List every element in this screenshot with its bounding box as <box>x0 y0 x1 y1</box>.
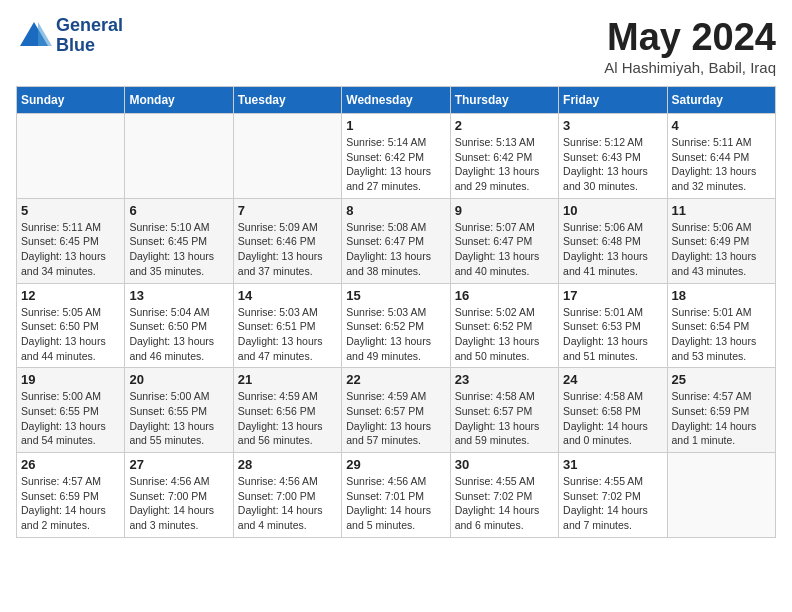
calendar-day-cell: 4Sunrise: 5:11 AM Sunset: 6:44 PM Daylig… <box>667 114 775 199</box>
calendar-day-cell: 16Sunrise: 5:02 AM Sunset: 6:52 PM Dayli… <box>450 283 558 368</box>
day-number: 21 <box>238 372 337 387</box>
day-info: Sunrise: 4:59 AM Sunset: 6:57 PM Dayligh… <box>346 389 445 448</box>
weekday-header-cell: Saturday <box>667 87 775 114</box>
day-info: Sunrise: 5:11 AM Sunset: 6:45 PM Dayligh… <box>21 220 120 279</box>
day-info: Sunrise: 5:07 AM Sunset: 6:47 PM Dayligh… <box>455 220 554 279</box>
day-info: Sunrise: 5:14 AM Sunset: 6:42 PM Dayligh… <box>346 135 445 194</box>
day-info: Sunrise: 4:57 AM Sunset: 6:59 PM Dayligh… <box>672 389 771 448</box>
calendar-day-cell: 11Sunrise: 5:06 AM Sunset: 6:49 PM Dayli… <box>667 198 775 283</box>
day-info: Sunrise: 5:00 AM Sunset: 6:55 PM Dayligh… <box>21 389 120 448</box>
day-number: 29 <box>346 457 445 472</box>
weekday-header-cell: Thursday <box>450 87 558 114</box>
day-info: Sunrise: 4:56 AM Sunset: 7:00 PM Dayligh… <box>129 474 228 533</box>
day-number: 11 <box>672 203 771 218</box>
day-info: Sunrise: 5:10 AM Sunset: 6:45 PM Dayligh… <box>129 220 228 279</box>
day-number: 31 <box>563 457 662 472</box>
day-info: Sunrise: 4:55 AM Sunset: 7:02 PM Dayligh… <box>455 474 554 533</box>
day-info: Sunrise: 4:56 AM Sunset: 7:01 PM Dayligh… <box>346 474 445 533</box>
calendar-body: 1Sunrise: 5:14 AM Sunset: 6:42 PM Daylig… <box>17 114 776 538</box>
day-info: Sunrise: 5:00 AM Sunset: 6:55 PM Dayligh… <box>129 389 228 448</box>
day-info: Sunrise: 4:57 AM Sunset: 6:59 PM Dayligh… <box>21 474 120 533</box>
calendar-week-row: 1Sunrise: 5:14 AM Sunset: 6:42 PM Daylig… <box>17 114 776 199</box>
day-info: Sunrise: 5:09 AM Sunset: 6:46 PM Dayligh… <box>238 220 337 279</box>
calendar-week-row: 5Sunrise: 5:11 AM Sunset: 6:45 PM Daylig… <box>17 198 776 283</box>
calendar-week-row: 26Sunrise: 4:57 AM Sunset: 6:59 PM Dayli… <box>17 453 776 538</box>
calendar-day-cell: 12Sunrise: 5:05 AM Sunset: 6:50 PM Dayli… <box>17 283 125 368</box>
calendar-day-cell <box>17 114 125 199</box>
calendar-day-cell: 13Sunrise: 5:04 AM Sunset: 6:50 PM Dayli… <box>125 283 233 368</box>
day-number: 28 <box>238 457 337 472</box>
day-number: 24 <box>563 372 662 387</box>
calendar-day-cell: 7Sunrise: 5:09 AM Sunset: 6:46 PM Daylig… <box>233 198 341 283</box>
day-number: 6 <box>129 203 228 218</box>
day-number: 30 <box>455 457 554 472</box>
day-info: Sunrise: 5:08 AM Sunset: 6:47 PM Dayligh… <box>346 220 445 279</box>
weekday-header-cell: Sunday <box>17 87 125 114</box>
calendar-day-cell: 19Sunrise: 5:00 AM Sunset: 6:55 PM Dayli… <box>17 368 125 453</box>
logo-icon <box>16 18 52 54</box>
calendar-day-cell <box>125 114 233 199</box>
day-number: 16 <box>455 288 554 303</box>
calendar-day-cell: 31Sunrise: 4:55 AM Sunset: 7:02 PM Dayli… <box>559 453 667 538</box>
location-title: Al Hashimiyah, Babil, Iraq <box>604 59 776 76</box>
month-title: May 2024 <box>604 16 776 59</box>
header: General Blue May 2024 Al Hashimiyah, Bab… <box>16 16 776 76</box>
day-number: 10 <box>563 203 662 218</box>
day-info: Sunrise: 5:04 AM Sunset: 6:50 PM Dayligh… <box>129 305 228 364</box>
calendar-day-cell: 10Sunrise: 5:06 AM Sunset: 6:48 PM Dayli… <box>559 198 667 283</box>
calendar-day-cell <box>233 114 341 199</box>
day-number: 7 <box>238 203 337 218</box>
calendar-week-row: 12Sunrise: 5:05 AM Sunset: 6:50 PM Dayli… <box>17 283 776 368</box>
day-info: Sunrise: 5:11 AM Sunset: 6:44 PM Dayligh… <box>672 135 771 194</box>
day-number: 17 <box>563 288 662 303</box>
calendar-day-cell: 3Sunrise: 5:12 AM Sunset: 6:43 PM Daylig… <box>559 114 667 199</box>
calendar-day-cell: 23Sunrise: 4:58 AM Sunset: 6:57 PM Dayli… <box>450 368 558 453</box>
day-number: 4 <box>672 118 771 133</box>
day-number: 23 <box>455 372 554 387</box>
day-info: Sunrise: 4:55 AM Sunset: 7:02 PM Dayligh… <box>563 474 662 533</box>
calendar-day-cell: 6Sunrise: 5:10 AM Sunset: 6:45 PM Daylig… <box>125 198 233 283</box>
calendar-day-cell: 9Sunrise: 5:07 AM Sunset: 6:47 PM Daylig… <box>450 198 558 283</box>
weekday-header-cell: Friday <box>559 87 667 114</box>
calendar-day-cell: 17Sunrise: 5:01 AM Sunset: 6:53 PM Dayli… <box>559 283 667 368</box>
day-number: 12 <box>21 288 120 303</box>
day-info: Sunrise: 5:01 AM Sunset: 6:53 PM Dayligh… <box>563 305 662 364</box>
day-info: Sunrise: 5:13 AM Sunset: 6:42 PM Dayligh… <box>455 135 554 194</box>
calendar-day-cell: 27Sunrise: 4:56 AM Sunset: 7:00 PM Dayli… <box>125 453 233 538</box>
logo-line2: Blue <box>56 36 123 56</box>
calendar-day-cell: 14Sunrise: 5:03 AM Sunset: 6:51 PM Dayli… <box>233 283 341 368</box>
day-number: 3 <box>563 118 662 133</box>
day-number: 2 <box>455 118 554 133</box>
day-info: Sunrise: 5:06 AM Sunset: 6:49 PM Dayligh… <box>672 220 771 279</box>
logo-line1: General <box>56 16 123 36</box>
day-info: Sunrise: 4:58 AM Sunset: 6:58 PM Dayligh… <box>563 389 662 448</box>
day-number: 18 <box>672 288 771 303</box>
calendar-day-cell <box>667 453 775 538</box>
calendar-day-cell: 2Sunrise: 5:13 AM Sunset: 6:42 PM Daylig… <box>450 114 558 199</box>
day-number: 1 <box>346 118 445 133</box>
calendar-day-cell: 28Sunrise: 4:56 AM Sunset: 7:00 PM Dayli… <box>233 453 341 538</box>
day-info: Sunrise: 4:59 AM Sunset: 6:56 PM Dayligh… <box>238 389 337 448</box>
day-number: 25 <box>672 372 771 387</box>
day-number: 15 <box>346 288 445 303</box>
calendar-day-cell: 30Sunrise: 4:55 AM Sunset: 7:02 PM Dayli… <box>450 453 558 538</box>
day-number: 8 <box>346 203 445 218</box>
calendar: SundayMondayTuesdayWednesdayThursdayFrid… <box>16 86 776 538</box>
calendar-day-cell: 21Sunrise: 4:59 AM Sunset: 6:56 PM Dayli… <box>233 368 341 453</box>
calendar-day-cell: 8Sunrise: 5:08 AM Sunset: 6:47 PM Daylig… <box>342 198 450 283</box>
day-number: 13 <box>129 288 228 303</box>
calendar-day-cell: 20Sunrise: 5:00 AM Sunset: 6:55 PM Dayli… <box>125 368 233 453</box>
day-info: Sunrise: 5:06 AM Sunset: 6:48 PM Dayligh… <box>563 220 662 279</box>
logo: General Blue <box>16 16 123 56</box>
calendar-day-cell: 29Sunrise: 4:56 AM Sunset: 7:01 PM Dayli… <box>342 453 450 538</box>
title-area: May 2024 Al Hashimiyah, Babil, Iraq <box>604 16 776 76</box>
svg-marker-1 <box>38 22 52 46</box>
calendar-week-row: 19Sunrise: 5:00 AM Sunset: 6:55 PM Dayli… <box>17 368 776 453</box>
day-info: Sunrise: 5:05 AM Sunset: 6:50 PM Dayligh… <box>21 305 120 364</box>
calendar-day-cell: 26Sunrise: 4:57 AM Sunset: 6:59 PM Dayli… <box>17 453 125 538</box>
weekday-header-cell: Wednesday <box>342 87 450 114</box>
calendar-day-cell: 22Sunrise: 4:59 AM Sunset: 6:57 PM Dayli… <box>342 368 450 453</box>
calendar-day-cell: 15Sunrise: 5:03 AM Sunset: 6:52 PM Dayli… <box>342 283 450 368</box>
day-info: Sunrise: 5:12 AM Sunset: 6:43 PM Dayligh… <box>563 135 662 194</box>
weekday-header-cell: Monday <box>125 87 233 114</box>
